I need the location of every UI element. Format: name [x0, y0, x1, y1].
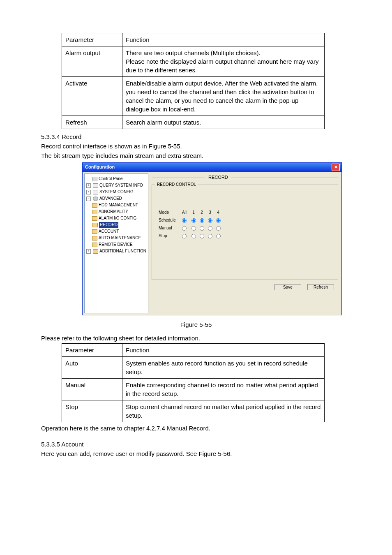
- tree-item[interactable]: HDD MANAGEMENT: [85, 202, 147, 208]
- table-cell: Refresh: [62, 116, 122, 129]
- table-cell: Activate: [62, 77, 122, 116]
- refresh-button[interactable]: Refresh: [307, 284, 334, 290]
- grid-radio-cell: [198, 226, 206, 231]
- tree-item-label: REMOTE DEVICE: [99, 242, 133, 247]
- tree-item[interactable]: ABNORMALITY: [85, 208, 147, 215]
- body-text: Record control interface is shown as in …: [41, 142, 351, 150]
- gears-icon: [93, 197, 98, 201]
- table-alarm-params: Parameter Function Alarm output There ar…: [62, 33, 325, 129]
- grid-header: Mode: [159, 210, 179, 215]
- grid-radio-cell: [198, 234, 206, 238]
- tree-item[interactable]: REMOTE DEVICE: [85, 241, 147, 248]
- sys-icon: [93, 183, 98, 188]
- record-mode-radio[interactable]: [216, 226, 221, 231]
- tree-item-label: HDD MANAGEMENT: [99, 202, 138, 208]
- table-header-cell: Parameter: [62, 33, 122, 46]
- tree-item[interactable]: ALARM I/O CONFIG: [85, 215, 147, 222]
- table-cell: Stop current channel record no matter wh…: [122, 400, 325, 422]
- table-header-cell: Function: [122, 33, 325, 46]
- record-mode-radio[interactable]: [208, 234, 212, 238]
- record-mode-radio[interactable]: [216, 234, 221, 238]
- tree-item[interactable]: AUTO MAINTENANCE: [85, 235, 147, 241]
- record-mode-radio[interactable]: [200, 218, 204, 223]
- tree-item[interactable]: -ADVANCED: [85, 195, 147, 202]
- body-text: The bit stream type includes main stream…: [41, 151, 351, 160]
- figure-caption: Figure 5-55: [41, 320, 351, 329]
- record-mode-radio[interactable]: [182, 226, 187, 231]
- grid-row-label: Schedule: [159, 217, 179, 223]
- table-cell: Manual: [62, 379, 122, 400]
- grid-row-label: Manual: [159, 225, 179, 231]
- record-mode-radio[interactable]: [216, 218, 221, 223]
- figure-screenshot: Configuration ✕ Control Panel+QUERY SYST…: [82, 162, 345, 315]
- table-cell: Enable/disable alarm output device. Afte…: [122, 77, 325, 116]
- sys-icon: [93, 190, 98, 194]
- tree-item-label: ADVANCED: [99, 196, 122, 201]
- grid-radio-cell: [206, 226, 214, 231]
- grid-radio-cell: [214, 234, 222, 238]
- tree-item[interactable]: ACCOUNT: [85, 228, 147, 235]
- tree-item[interactable]: +QUERY SYSTEM INFO: [85, 182, 147, 189]
- grid-header: 3: [206, 210, 214, 215]
- tree-item-label: ACCOUNT: [99, 229, 119, 234]
- folder-icon: [93, 249, 98, 254]
- folder-icon: [92, 229, 97, 234]
- expand-icon[interactable]: +: [86, 190, 91, 194]
- table-cell: System enables auto record function as y…: [122, 357, 325, 379]
- grid-header: 1: [189, 210, 198, 215]
- table-record-params: Parameter Function Auto System enables a…: [62, 343, 325, 422]
- record-mode-radio[interactable]: [208, 226, 212, 231]
- record-mode-radio[interactable]: [182, 218, 187, 223]
- window-title: Configuration: [85, 164, 115, 170]
- grid-header: All: [179, 210, 189, 215]
- section-heading-account: 5.3.3.5 Account: [41, 440, 351, 449]
- group-title: RECORD: [208, 174, 228, 180]
- table-cell: Stop: [62, 400, 122, 422]
- record-mode-radio[interactable]: [191, 218, 196, 223]
- tree-item[interactable]: RECORD: [85, 222, 147, 228]
- tree-item[interactable]: +SYSTEM CONFIG: [85, 189, 147, 195]
- body-text: Here you can add, remove user or modify …: [41, 449, 351, 458]
- grid-header: 2: [198, 210, 206, 215]
- fieldset-legend: RECORD CONTROL: [155, 182, 198, 187]
- grid-radio-cell: [179, 234, 189, 238]
- expand-icon[interactable]: -: [86, 197, 91, 201]
- nav-tree[interactable]: Control Panel+QUERY SYSTEM INFO+SYSTEM C…: [84, 173, 148, 313]
- expand-icon[interactable]: +: [86, 249, 91, 254]
- record-mode-radio[interactable]: [200, 226, 204, 231]
- grid-radio-cell: [189, 234, 198, 238]
- window-titlebar: Configuration ✕: [83, 163, 341, 172]
- record-mode-radio[interactable]: [191, 234, 196, 238]
- grid-row-label: Stop: [159, 233, 179, 239]
- folder-icon: [92, 236, 97, 240]
- close-icon[interactable]: ✕: [332, 164, 340, 171]
- save-button[interactable]: Save: [274, 284, 301, 290]
- grid-radio-cell: [206, 234, 214, 238]
- body-text: Please refer to the following sheet for …: [41, 334, 351, 342]
- table-header-cell: Parameter: [62, 344, 122, 357]
- table-cell: Alarm output: [62, 46, 122, 77]
- record-mode-radio[interactable]: [200, 234, 204, 238]
- tree-item[interactable]: Control Panel: [85, 176, 147, 182]
- record-mode-radio[interactable]: [191, 226, 196, 231]
- record-mode-radio[interactable]: [182, 234, 187, 238]
- expand-icon[interactable]: +: [86, 183, 91, 188]
- folder-open-icon: [92, 223, 98, 227]
- content-pane: RECORD RECORD CONTROL ModeAll1234Schedul…: [150, 172, 341, 315]
- section-heading-record: 5.3.3.4 Record: [41, 132, 351, 141]
- tree-item-label: SYSTEM CONFIG: [99, 189, 134, 195]
- grid-radio-cell: [206, 218, 214, 223]
- tree-item[interactable]: +ADDITIONAL FUNCTION: [85, 248, 147, 254]
- tree-item-label: RECORD: [99, 222, 118, 228]
- record-control-fieldset: RECORD CONTROL ModeAll1234ScheduleManual…: [152, 185, 338, 280]
- grid-radio-cell: [179, 218, 189, 223]
- panel-icon: [92, 177, 97, 181]
- record-mode-radio[interactable]: [208, 218, 212, 223]
- table-cell: Auto: [62, 357, 122, 379]
- folder-icon: [92, 210, 97, 214]
- table-cell: There are two output channels (Multiple …: [122, 46, 325, 77]
- tree-item-label: ABNORMALITY: [99, 209, 128, 215]
- grid-radio-cell: [214, 218, 222, 223]
- tree-item-label: Control Panel: [99, 176, 124, 182]
- grid-radio-cell: [189, 218, 198, 223]
